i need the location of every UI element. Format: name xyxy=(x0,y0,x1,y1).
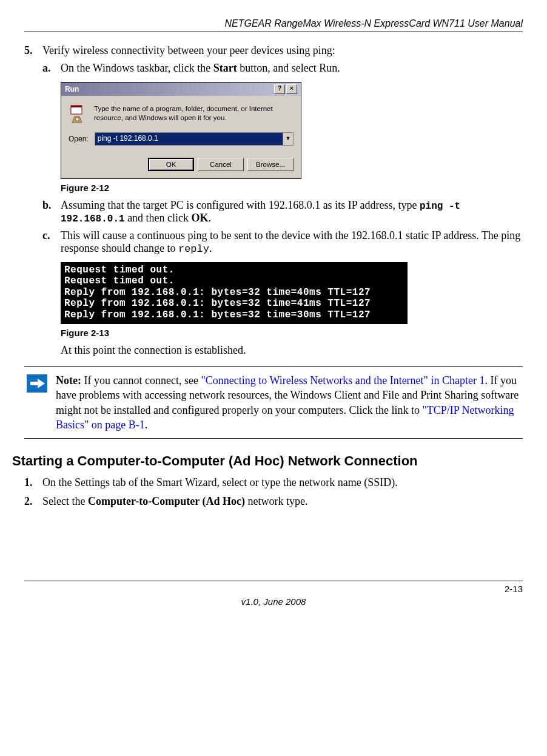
open-dropdown-icon[interactable]: ▼ xyxy=(283,133,293,145)
adhoc-step-1: 1. On the Settings tab of the Smart Wiza… xyxy=(24,476,523,489)
substep-c-body: This will cause a continuous ping to be … xyxy=(61,229,523,255)
substep-c-pre: This will cause a continuous ping to be … xyxy=(61,229,520,254)
step-5-text: Verify wireless connectivity between you… xyxy=(42,44,523,57)
note-text: Note: If you cannot connect, see "Connec… xyxy=(56,373,520,432)
open-label: Open: xyxy=(69,135,89,143)
run-dialog: Run ? × xyxy=(61,82,301,179)
page-number: 2-13 xyxy=(24,584,523,594)
section-heading: Starting a Computer-to-Computer (Ad Hoc)… xyxy=(12,453,523,469)
substep-a-post: button, and select Run. xyxy=(237,62,340,74)
cancel-button[interactable]: Cancel xyxy=(198,158,244,171)
open-input-value[interactable]: ping -t 192.168.0.1 xyxy=(95,133,283,145)
substep-c: c. This will cause a continuous ping to … xyxy=(42,229,523,255)
note-arrow-icon xyxy=(27,374,47,393)
note-label: Note: xyxy=(56,374,81,386)
substep-b-bold: OK xyxy=(192,212,209,224)
step-5: 5. Verify wireless connectivity between … xyxy=(24,44,523,357)
ok-button[interactable]: OK xyxy=(148,158,194,171)
step-5-num: 5. xyxy=(24,44,42,357)
browse-button[interactable]: Browse... xyxy=(247,158,294,171)
substep-a-bold: Start xyxy=(213,62,237,74)
console-output: Request timed out. Request timed out. Re… xyxy=(61,262,408,324)
substep-b-pre: Assuming that the target PC is configure… xyxy=(61,199,420,211)
substep-c-code: reply xyxy=(178,243,209,255)
substep-b-mid: and then click xyxy=(125,212,192,224)
adhoc-step-1-text: On the Settings tab of the Smart Wizard,… xyxy=(42,476,523,489)
figure-2-13: Request timed out. Request timed out. Re… xyxy=(61,262,523,338)
figure-2-13-label: Figure 2-13 xyxy=(61,328,523,338)
adhoc-s2-pre: Select the xyxy=(42,495,88,507)
note-t3: . xyxy=(145,419,148,431)
substep-a-body: On the Windows taskbar, click the Start … xyxy=(61,62,523,75)
run-icon xyxy=(69,104,88,124)
substep-b: b. Assuming that the target PC is config… xyxy=(42,199,523,224)
note-box: Note: If you cannot connect, see "Connec… xyxy=(24,366,523,439)
substep-b-post: . xyxy=(209,212,212,224)
substep-b-body: Assuming that the target PC is configure… xyxy=(61,199,523,224)
after-console-text: At this point the connection is establis… xyxy=(61,344,523,357)
page-header: NETGEAR RangeMax Wireless-N ExpressCard … xyxy=(24,18,523,29)
header-rule xyxy=(24,32,523,32)
svg-rect-1 xyxy=(71,106,82,107)
open-combobox[interactable]: ping -t 192.168.0.1 ▼ xyxy=(95,132,294,146)
substep-c-post: . xyxy=(209,242,212,254)
substep-a-pre: On the Windows taskbar, click the xyxy=(61,62,213,74)
footer-rule xyxy=(24,581,523,581)
adhoc-step-2-body: Select the Computer-to-Computer (Ad Hoc)… xyxy=(42,495,523,508)
adhoc-step-2: 2. Select the Computer-to-Computer (Ad H… xyxy=(24,495,523,508)
adhoc-s2-bold: Computer-to-Computer (Ad Hoc) xyxy=(88,495,245,507)
substep-a: a. On the Windows taskbar, click the Sta… xyxy=(42,62,523,75)
substep-b-num: b. xyxy=(42,199,61,224)
substep-c-num: c. xyxy=(42,229,61,255)
adhoc-s2-post: network type. xyxy=(245,495,307,507)
adhoc-step-2-num: 2. xyxy=(24,495,42,508)
note-link-1[interactable]: "Connecting to Wireless Networks and the… xyxy=(201,374,485,386)
run-dialog-titlebar: Run ? × xyxy=(61,83,301,96)
run-dialog-title: Run xyxy=(65,85,79,93)
help-button[interactable]: ? xyxy=(274,84,285,94)
close-button[interactable]: × xyxy=(286,84,297,94)
note-t1: If you cannot connect, see xyxy=(81,374,201,386)
version-footer: v1.0, June 2008 xyxy=(24,596,523,607)
substep-a-num: a. xyxy=(42,62,61,75)
figure-2-12-label: Figure 2-12 xyxy=(61,183,523,193)
adhoc-step-1-num: 1. xyxy=(24,476,42,489)
svg-rect-3 xyxy=(76,118,79,121)
figure-2-12: Run ? × xyxy=(61,82,523,193)
run-dialog-desc: Type the name of a program, folder, docu… xyxy=(94,104,294,124)
